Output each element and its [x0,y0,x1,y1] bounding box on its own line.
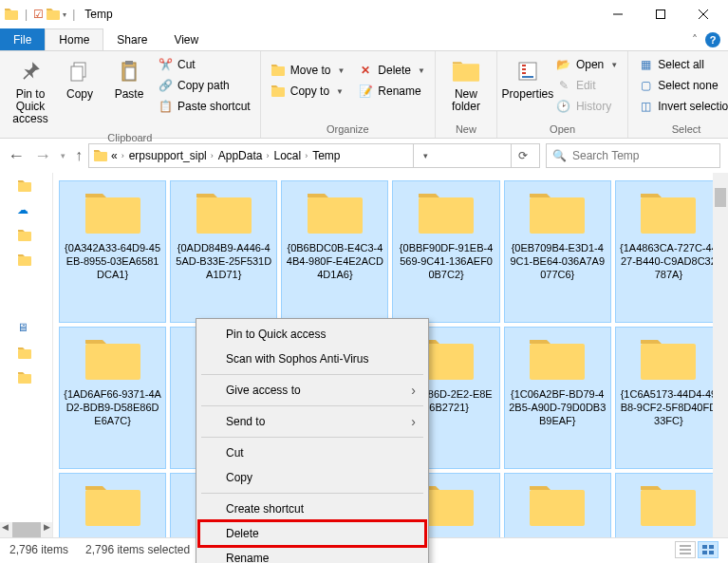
collapse-ribbon-icon[interactable]: ˄ [692,33,698,47]
tab-home[interactable]: Home [45,28,103,50]
vertical-scrollbar[interactable] [713,173,728,537]
ctx-send-to[interactable]: Send to [199,409,425,434]
crumb-2[interactable]: AppData› [218,149,271,162]
help-icon[interactable]: ? [705,32,720,47]
back-button[interactable]: ← [8,146,25,166]
folder-item[interactable]: {0EB709B4-E3D1-49C1-BE64-036A7A9077C6} [504,180,611,323]
folder-name: {1C6A5173-44D4-49B8-9CF2-5F8D40FD33FC} [620,388,718,427]
folder-item[interactable]: {0BBF90DF-91EB-4569-9C41-136AEF00B7C2} [392,180,499,323]
minimize-button[interactable] [596,0,639,28]
invert-selection-button[interactable]: ◫Invert selection [634,97,728,116]
paste-shortcut-button[interactable]: 📋Paste shortcut [154,97,254,116]
folder-item[interactable]: {1C6A5173-44D4-49B8-9CF2-5F8D40FD33FC} [615,327,722,469]
svg-rect-14 [702,551,707,554]
new-folder-button[interactable]: New folder [441,53,491,117]
scroll-thumb[interactable] [715,188,726,207]
ctx-pin[interactable]: Pin to Quick access [199,322,425,347]
nav-folder-icon[interactable] [17,370,36,389]
maximize-button[interactable] [639,0,681,28]
ctx-rename[interactable]: Rename [199,546,425,563]
folder-name: {1C06A2BF-BD79-42B5-A90D-79D0DB3B9EAF} [509,388,607,427]
group-new: New folder New [436,51,497,138]
search-icon: 🔍 [552,149,567,162]
separator [201,405,423,406]
copy-path-button[interactable]: 🔗Copy path [154,76,254,95]
history-button[interactable]: 🕑History [552,97,622,116]
crumb-4[interactable]: Temp [312,149,340,162]
crumb-root[interactable]: «› [111,149,126,162]
group-label: New [441,122,491,138]
forward-button[interactable]: → [34,146,51,166]
folder-item[interactable]: {1A4863CA-727C-4427-B440-C9AD8C32787A} [615,180,722,323]
paste-button[interactable]: Paste [104,53,154,104]
select-all-button[interactable]: ▦Select all [634,55,728,74]
folder-item[interactable] [504,473,611,537]
copy-to-button[interactable]: Copy to▼ [267,82,349,101]
folder-item[interactable]: {0B6BDC0B-E4C3-44B4-980F-E4E2ACD4D1A6} [281,180,388,323]
cut-button[interactable]: ✂️Cut [154,55,254,74]
window-title: Temp [84,8,112,21]
nav-folder-icon[interactable] [17,346,36,365]
nav-folder-icon[interactable] [17,253,36,272]
folder-name: {0BBF90DF-91EB-4569-9C41-136AEF00B7C2} [397,242,495,281]
ctx-copy[interactable]: Copy [199,465,425,490]
pin-icon [16,57,45,85]
folder-item[interactable]: {0A342A33-64D9-45EB-8955-03EA6581DCA1} [59,180,166,323]
folder-item[interactable]: {1AD6AF66-9371-4AD2-BDB9-D58E86DE6A7C} [59,327,166,469]
ctx-scan[interactable]: Scan with Sophos Anti-Virus [199,347,425,371]
search-box[interactable]: 🔍 Search Temp [546,143,720,168]
properties-button[interactable]: Properties [503,53,552,104]
close-button[interactable] [681,0,724,28]
group-label: Organize [267,122,429,138]
details-view-button[interactable] [675,541,696,558]
folder-item[interactable] [615,473,722,537]
label: Paste [115,88,144,101]
nav-onedrive-icon[interactable]: ☁ [17,203,36,222]
folder-item[interactable] [59,473,166,537]
selection-count: 2,796 items selected [85,543,190,556]
ctx-delete[interactable]: Delete [199,521,425,546]
folder-item[interactable]: {1C06A2BF-BD79-42B5-A90D-79D0DB3B9EAF} [504,327,611,469]
nav-scrollbar[interactable]: ◀ ▶ [0,522,52,537]
recent-dropdown-icon[interactable]: ▾ [61,151,65,160]
ctx-cut[interactable]: Cut [199,441,425,465]
up-button[interactable]: ↑ [75,147,83,164]
checkbox-icon[interactable]: ☑ [33,8,44,21]
edit-button[interactable]: ✎Edit [552,76,622,95]
refresh-button[interactable]: ⟳ [511,143,535,168]
icons-view-button[interactable] [698,541,719,558]
group-clipboard: Pin to Quick access Copy Paste ✂️Cut 🔗Co… [0,51,261,138]
select-none-button[interactable]: ▢Select none [634,76,728,95]
tab-view[interactable]: View [160,28,212,50]
nav-folder-icon[interactable] [17,228,36,247]
group-open: Properties 📂Open▼ ✎Edit 🕑History Open [497,51,628,138]
address-bar[interactable]: «› erpsupport_sipl› AppData› Local› Temp… [88,143,540,168]
nav-folder-icon[interactable] [17,178,36,197]
rename-button[interactable]: 📝Rename [354,82,429,101]
select-all-icon: ▦ [638,57,653,72]
folder-item[interactable]: {0ADD84B9-A446-45AD-B33E-25F531DA1D71} [170,180,277,323]
ctx-create-shortcut[interactable]: Create shortcut [199,497,425,521]
delete-button[interactable]: ✕Delete▼ [354,61,429,80]
nav-thispc-icon[interactable]: 🖥 [17,321,36,340]
pin-quick-access-button[interactable]: Pin to Quick access [6,53,55,130]
copy-path-icon: 🔗 [158,78,173,93]
quick-access-toolbar: | ☑ ▾ | [4,7,79,22]
qat-folder-icon[interactable] [46,7,61,22]
address-dropdown-button[interactable]: ▾ [413,143,438,168]
tab-file[interactable]: File [0,28,45,50]
copy-button[interactable]: Copy [55,53,104,104]
crumb-1[interactable]: erpsupport_sipl› [129,149,215,162]
context-menu: Pin to Quick access Scan with Sophos Ant… [196,318,429,563]
scissors-icon: ✂️ [158,57,173,72]
open-button[interactable]: 📂Open▼ [552,55,622,74]
tab-share[interactable]: Share [103,28,160,50]
ctx-give-access[interactable]: Give access to [199,378,425,403]
group-select: ▦Select all ▢Select none ◫Invert selecti… [628,51,728,138]
group-organize: Move to▼ Copy to▼ ✕Delete▼ 📝Rename Organ… [261,51,436,138]
navigation-pane[interactable]: ☁ 🖥 ◀ ▶ [0,173,53,537]
crumb-3[interactable]: Local› [273,149,309,162]
qat-dropdown-icon[interactable]: ▾ [63,10,66,19]
search-placeholder: Search Temp [572,149,639,162]
move-to-button[interactable]: Move to▼ [267,61,349,80]
